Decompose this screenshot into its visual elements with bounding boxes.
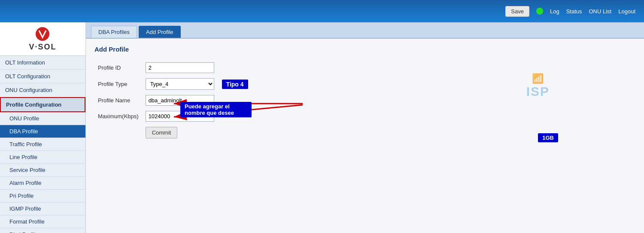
log-link[interactable]: Log	[550, 8, 559, 15]
sidebar-item-olt-information[interactable]: OLT Information	[0, 56, 85, 70]
tab-add-profile[interactable]: Add Profile	[139, 26, 181, 38]
sidebar-logo: V·SOL	[0, 22, 85, 56]
commit-button[interactable]: Commit	[146, 127, 178, 138]
tipo4-annotation: Tipo 4	[222, 80, 248, 89]
sidebar-item-onu-configuration[interactable]: ONU Configuration	[0, 83, 85, 97]
nombre-annotation-wrapper: Puede agregar el nombre que desee	[180, 102, 252, 117]
tab-bar: DBA Profiles Add Profile	[86, 22, 644, 39]
gb-annotation-wrapper: 1GB	[538, 133, 558, 142]
maximum-kbps-label: Maximum(Kbps)	[94, 108, 142, 124]
sidebar-item-line-profile[interactable]: Line Profile	[0, 151, 85, 164]
sidebar-item-bind-profile[interactable]: Bind Profile	[0, 228, 85, 233]
onu-list-link[interactable]: ONU List	[589, 8, 612, 15]
sidebar-item-profile-configuration[interactable]: Profile Configuration	[0, 97, 85, 112]
logo-text: V·SOL	[29, 43, 56, 52]
sidebar-item-format-profile[interactable]: Format Profile	[0, 215, 85, 228]
vsol-logo-icon	[35, 26, 50, 42]
isp-text: ISP	[526, 84, 550, 99]
sidebar-item-olt-configuration[interactable]: OLT Configuration	[0, 70, 85, 83]
top-header: Save Log Status ONU List Logout	[0, 0, 644, 22]
main-content: DBA Profiles Add Profile Add Profile Pro…	[86, 22, 644, 233]
profile-type-select[interactable]: Type_1 Type_2 Type_3 Type_4 Type_5	[146, 78, 214, 90]
profile-id-input[interactable]	[146, 62, 214, 73]
profile-id-row: Profile ID	[94, 60, 252, 76]
profile-type-label: Profile Type	[94, 76, 142, 92]
main-layout: V·SOL OLT Information OLT Configuration …	[0, 22, 644, 233]
sidebar-item-alarm-profile[interactable]: Alarm Profile	[0, 177, 85, 190]
tab-dba-profiles[interactable]: DBA Profiles	[91, 26, 137, 38]
content-area: Add Profile Profile ID Profile Type	[86, 39, 644, 149]
commit-row: Commit	[94, 124, 252, 141]
sidebar-item-traffic-profile[interactable]: Traffic Profile	[0, 138, 85, 151]
page-title: Add Profile	[94, 46, 635, 53]
profile-type-row: Profile Type Type_1 Type_2 Type_3 Type_4…	[94, 76, 252, 92]
sidebar-item-service-profile[interactable]: Service Profile	[0, 164, 85, 177]
sidebar-item-igmp-profile[interactable]: IGMP Profile	[0, 202, 85, 215]
status-indicator	[536, 8, 543, 15]
sidebar-item-dba-profile[interactable]: DBA Profile	[0, 125, 85, 138]
status-link[interactable]: Status	[566, 8, 582, 15]
profile-name-label: Profile Name	[94, 92, 142, 108]
wifi-icon: 📶	[526, 73, 550, 84]
profile-id-label: Profile ID	[94, 60, 142, 76]
isp-watermark: 📶 ISP	[526, 73, 550, 99]
gb-annotation: 1GB	[538, 133, 558, 142]
add-profile-form: Profile ID Profile Type Type_1 Type_2 Ty…	[94, 60, 252, 141]
nombre-annotation: Puede agregar el nombre que desee	[180, 102, 252, 117]
sidebar-item-pri-profile[interactable]: Pri Profile	[0, 190, 85, 202]
form-wrapper: Profile ID Profile Type Type_1 Type_2 Ty…	[94, 60, 252, 141]
sidebar-item-onu-profile[interactable]: ONU Profile	[0, 112, 85, 125]
sidebar: V·SOL OLT Information OLT Configuration …	[0, 22, 86, 233]
logout-link[interactable]: Logout	[618, 8, 635, 15]
save-button[interactable]: Save	[505, 6, 529, 17]
